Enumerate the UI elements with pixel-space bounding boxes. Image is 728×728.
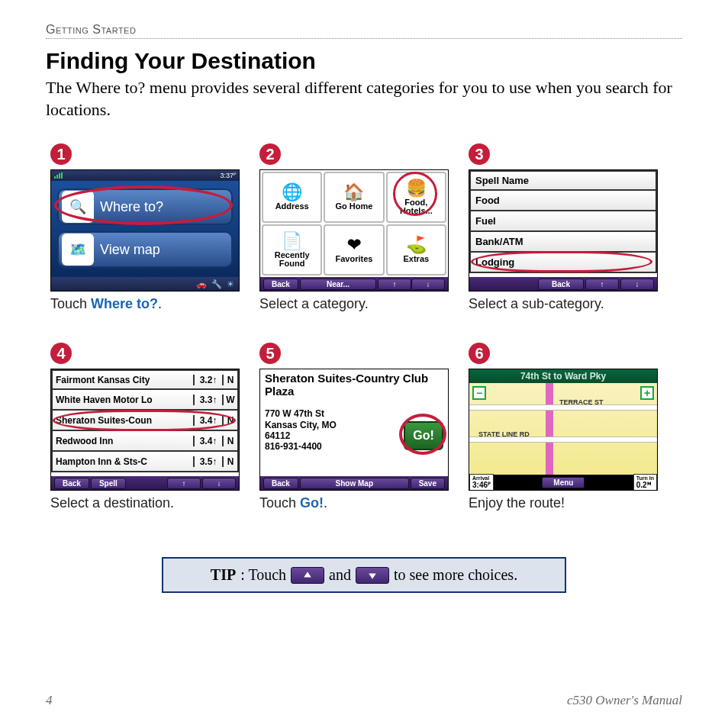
up-button[interactable]: ↑ — [378, 279, 411, 290]
list-item[interactable]: Spell Name — [469, 170, 657, 191]
near-button[interactable]: Near... — [300, 279, 376, 290]
step-3: 3 Spell NameFoodFuelBank/ATMLodging Back… — [469, 143, 658, 312]
step-badge-5: 5 — [259, 343, 281, 364]
down-button[interactable]: ↓ — [620, 279, 654, 290]
thumb-categories: 🌐Address🏠Go Home🍔Food, Hotels...📄Recentl… — [259, 169, 449, 292]
up-button[interactable]: ↑ — [167, 478, 201, 489]
up-button[interactable]: ↑ — [585, 279, 619, 290]
page-number: 4 — [46, 693, 53, 708]
thumb-where-to: 3:37ᴾ 🔍 Where to? 🗺️ View map 🚗 🔧 ☀ — [50, 169, 240, 292]
result-row[interactable]: Fairmont Kansas City3.2↑N — [51, 369, 239, 390]
step-1: 1 3:37ᴾ 🔍 Where to? 🗺️ View map 🚗 🔧 ☀ — [50, 143, 240, 312]
intro-paragraph: The Where to? menu provides several diff… — [46, 77, 682, 121]
step-badge-3: 3 — [469, 143, 490, 165]
arrival-time[interactable]: Arrival 3:46ᴾ — [469, 474, 494, 491]
highlight-ring — [53, 410, 236, 431]
car-icon[interactable]: 🚗 — [196, 279, 207, 289]
category-cell[interactable]: ⛳Extras — [386, 224, 446, 275]
direction-bar: 74th St to Ward Pky — [469, 369, 657, 383]
map-icon: 🗺️ — [62, 234, 94, 266]
result-row[interactable]: Hampton Inn & Sts-C3.5↑N — [51, 452, 239, 472]
step-6: 6 74th St to Ward Pky TERRACE ST STATE L… — [469, 343, 658, 511]
thumb-detail: Sheraton Suites-Country Club Plaza 770 W… — [259, 369, 449, 491]
thumb-subcategories: Spell NameFoodFuelBank/ATMLodging Back ↑… — [469, 169, 658, 292]
back-button[interactable]: Back — [54, 478, 89, 489]
caption-1: Touch Where to?. — [50, 296, 240, 312]
thumb-route: 74th St to Ward Pky TERRACE ST STATE LIN… — [469, 369, 658, 491]
step-4: 4 Fairmont Kansas City3.2↑NWhite Haven M… — [50, 343, 240, 511]
step-badge-6: 6 — [469, 343, 490, 364]
highlight-ring — [399, 414, 446, 455]
map-view[interactable]: TERRACE ST STATE LINE RD − + — [469, 383, 657, 476]
back-button[interactable]: Back — [263, 279, 298, 290]
category-cell[interactable]: 🌐Address — [262, 172, 322, 223]
save-button[interactable]: Save — [411, 478, 445, 489]
highlight-ring — [54, 185, 233, 225]
step-badge-4: 4 — [50, 343, 72, 364]
view-map-button[interactable]: 🗺️ View map — [57, 231, 233, 268]
category-cell[interactable]: ❤Favorites — [324, 224, 384, 275]
street-label: STATE LINE RD — [478, 430, 530, 438]
step-badge-2: 2 — [259, 143, 281, 165]
down-button[interactable]: ↓ — [411, 279, 445, 290]
poi-title: Sheraton Suites-Country Club Plaza — [265, 372, 443, 398]
brightness-icon[interactable]: ☀ — [227, 279, 234, 289]
signal-icon — [54, 172, 63, 179]
highlight-ring — [393, 172, 437, 216]
doc-title: c530 Owner's Manual — [567, 693, 682, 708]
result-row[interactable]: White Haven Motor Lo3.3↑W — [51, 390, 239, 411]
caption-4: Select a destination. — [50, 495, 240, 511]
list-item[interactable]: Food — [469, 191, 657, 211]
page-footer: 4 c530 Owner's Manual — [46, 693, 682, 708]
steps-grid: 1 3:37ᴾ 🔍 Where to? 🗺️ View map 🚗 🔧 ☀ — [50, 143, 682, 511]
category-cell[interactable]: 📄Recently Found — [262, 224, 322, 275]
section-label: Getting Started — [46, 23, 682, 39]
result-row[interactable]: Redwood Inn3.4↑N — [51, 431, 239, 452]
view-map-label: View map — [100, 242, 160, 258]
step-2: 2 🌐Address🏠Go Home🍔Food, Hotels...📄Recen… — [259, 143, 449, 312]
turn-distance[interactable]: Turn In 0.2ᴹ — [633, 474, 657, 491]
down-button[interactable]: ↓ — [202, 478, 236, 489]
page-title: Finding Your Destination — [46, 48, 682, 74]
street-label: TERRACE ST — [559, 398, 604, 406]
caption-3: Select a sub-category. — [469, 296, 658, 312]
wrench-icon[interactable]: 🔧 — [211, 279, 222, 289]
zoom-out-button[interactable]: − — [472, 386, 486, 400]
arrow-up-icon — [291, 567, 324, 584]
step-5: 5 Sheraton Suites-Country Club Plaza 770… — [259, 343, 449, 511]
clock-time: 3:37ᴾ — [220, 172, 236, 179]
arrow-down-icon — [356, 567, 389, 584]
category-cell[interactable]: 🏠Go Home — [324, 172, 384, 223]
show-map-button[interactable]: Show Map — [300, 478, 409, 489]
back-button[interactable]: Back — [538, 279, 584, 290]
menu-button[interactable]: Menu — [542, 477, 585, 488]
spell-button[interactable]: Spell — [91, 478, 126, 489]
caption-5: Touch Go!. — [259, 495, 449, 511]
caption-2: Select a category. — [259, 296, 449, 312]
list-item[interactable]: Fuel — [469, 211, 657, 232]
list-item[interactable]: Bank/ATM — [469, 232, 657, 253]
tip-label: TIP — [211, 566, 236, 584]
thumb-results: Fairmont Kansas City3.2↑NWhite Haven Mot… — [50, 369, 240, 491]
back-button[interactable]: Back — [263, 478, 298, 489]
tip-box: TIP: Touch and to see more choices. — [162, 557, 566, 593]
zoom-in-button[interactable]: + — [640, 386, 654, 400]
highlight-ring — [471, 251, 652, 272]
caption-6: Enjoy the route! — [469, 495, 658, 511]
step-badge-1: 1 — [50, 143, 72, 165]
